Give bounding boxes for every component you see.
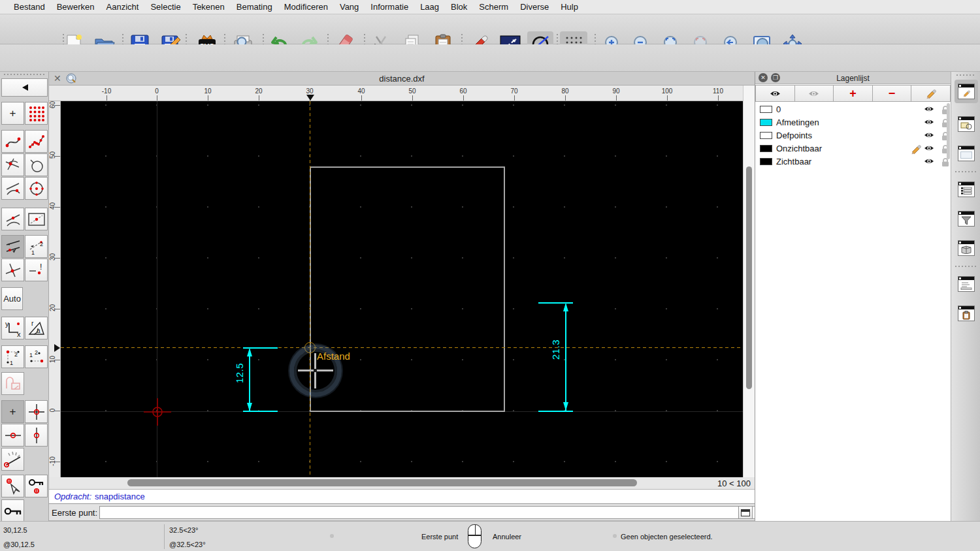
layer-visibility-icon[interactable] xyxy=(924,118,934,126)
drawing-canvas[interactable]: 12.5 21.3 Afstand xyxy=(61,101,743,477)
snap-center-icon xyxy=(28,180,45,197)
h-tick-label: 70 xyxy=(510,87,517,95)
dock-drag-handle[interactable] xyxy=(956,74,976,76)
selection-status: Geen objecten geselecteerd. xyxy=(621,533,713,541)
blank-widget-button[interactable] xyxy=(955,142,978,165)
snap-grid-button[interactable] xyxy=(25,102,48,125)
restrict-horizontal-button[interactable] xyxy=(1,424,24,447)
horizontal-scrollbar[interactable]: 10 < 100 xyxy=(49,477,755,490)
menu-tekenen[interactable]: Tekenen xyxy=(187,2,231,12)
panel-close-button[interactable]: ✕ xyxy=(759,73,768,82)
layer-color-swatch[interactable] xyxy=(760,132,772,139)
vertical-scrollbar-thumb[interactable] xyxy=(746,166,752,389)
layer-toolbar: + − xyxy=(755,85,951,102)
layer-visibility-icon[interactable] xyxy=(924,131,934,139)
snap-on-entity-button[interactable] xyxy=(25,130,48,153)
layer-row-onzichtbaar[interactable]: Onzichtbaar xyxy=(755,142,951,155)
relative-horizontal-button[interactable]: 12 xyxy=(25,345,48,368)
layer-visibility-icon[interactable] xyxy=(924,157,934,165)
layer-visibility-icon[interactable] xyxy=(924,105,934,113)
menu-aanzicht[interactable]: Aanzicht xyxy=(101,2,145,12)
coordinate-cartesian-button[interactable]: yx xyxy=(1,317,24,339)
menu-bewerken[interactable]: Bewerken xyxy=(51,2,101,12)
dim-left-arrow-up xyxy=(247,348,252,356)
snap-center-button[interactable] xyxy=(25,177,48,200)
palette-back-button[interactable] xyxy=(1,78,48,97)
command-window-button[interactable] xyxy=(738,506,753,519)
zoom-range-indicator: 10 < 100 xyxy=(717,479,751,488)
vertical-scrollbar[interactable] xyxy=(743,86,755,477)
pen-widget-button[interactable] xyxy=(955,80,978,103)
menu-scherm[interactable]: Scherm xyxy=(473,2,514,12)
coordinate-polar-button[interactable]: ra xyxy=(25,317,48,339)
cursor-position-marker-v xyxy=(54,344,60,352)
layer-list-scrollbar[interactable] xyxy=(947,103,950,159)
menu-diverse[interactable]: Diverse xyxy=(514,2,555,12)
add-layer-button[interactable]: + xyxy=(834,85,873,102)
layer-color-swatch[interactable] xyxy=(760,119,772,126)
panel-detach-button[interactable]: ❐ xyxy=(771,73,780,82)
status-dot xyxy=(613,534,617,538)
snap-intersection-button[interactable] xyxy=(1,153,24,176)
snap-endpoints-button[interactable] xyxy=(1,130,24,153)
menu-vang[interactable]: Vang xyxy=(334,2,365,12)
layer-row-zichtbaar[interactable]: Zichtbaar xyxy=(755,155,951,168)
menu-modificeren[interactable]: Modificeren xyxy=(278,2,334,12)
set-relative-zero-button[interactable] xyxy=(1,499,24,522)
clipboard-widget-button[interactable] xyxy=(955,302,978,325)
lock-relative-zero-button[interactable] xyxy=(25,475,48,497)
snap-distance-manual-button[interactable]: 12 xyxy=(25,235,48,258)
dimension-value-left: 12.5 xyxy=(234,359,245,388)
relative-corner-button[interactable]: 12 xyxy=(1,345,24,368)
pen-widget-icon xyxy=(958,84,975,99)
layer-color-swatch[interactable] xyxy=(760,106,772,113)
snap-distance-button[interactable] xyxy=(1,235,24,258)
svg-text:r: r xyxy=(31,320,34,327)
restrict-disabled-button[interactable] xyxy=(1,372,24,395)
menu-hulp[interactable]: Hulp xyxy=(555,2,584,12)
layer-row-defpoints[interactable]: Defpoints xyxy=(755,129,951,142)
remove-layer-button[interactable]: − xyxy=(873,85,912,102)
snap-free-button[interactable]: + xyxy=(1,102,24,125)
command-input[interactable] xyxy=(99,506,785,519)
edit-layer-button[interactable] xyxy=(911,85,951,102)
menu-blok[interactable]: Blok xyxy=(445,2,473,12)
snap-tangent-button[interactable] xyxy=(1,177,24,200)
layer-row-afmetingen[interactable]: Afmetingen xyxy=(755,116,951,129)
svg-text:1: 1 xyxy=(31,249,35,256)
menu-bemating[interactable]: Bemating xyxy=(231,2,278,12)
layer-color-swatch[interactable] xyxy=(760,145,772,152)
menu-bestand[interactable]: Bestand xyxy=(8,2,51,12)
snap-entity-circle-button[interactable] xyxy=(25,153,48,176)
menu-informatie[interactable]: Informatie xyxy=(365,2,414,12)
snap-reference-button[interactable] xyxy=(25,208,48,230)
snap-restrict-button[interactable]: ! xyxy=(25,259,48,281)
layer-row-0[interactable]: 0 xyxy=(755,103,951,116)
palette-drag-handle[interactable] xyxy=(4,74,44,75)
command-widget-button[interactable] xyxy=(955,272,978,296)
menu-selectie[interactable]: Selectie xyxy=(144,2,186,12)
hide-all-layers-button[interactable] xyxy=(795,85,834,102)
pick-relative-zero-button[interactable] xyxy=(1,475,24,497)
restrict-nothing-button[interactable]: + xyxy=(1,400,24,423)
layer-name: Defpoints xyxy=(776,131,812,140)
menu-laag[interactable]: Laag xyxy=(414,2,445,12)
layer-list-widget-button[interactable] xyxy=(955,178,978,201)
palette-auto-button[interactable]: Auto xyxy=(1,287,23,310)
plus-glyph: + xyxy=(10,107,16,120)
snap-tangent-icon xyxy=(5,180,22,197)
filter-widget-button[interactable] xyxy=(955,207,978,230)
pick-relative-zero-icon xyxy=(4,477,22,496)
angle-gauge-button[interactable] xyxy=(1,448,24,471)
layer-color-swatch[interactable] xyxy=(760,158,772,165)
layer-visibility-icon[interactable] xyxy=(924,144,934,152)
restrict-vertical-button[interactable] xyxy=(25,424,48,447)
horizontal-scrollbar-thumb[interactable] xyxy=(127,479,637,486)
show-all-layers-button[interactable] xyxy=(755,85,795,102)
snap-middle-button[interactable] xyxy=(1,208,24,230)
snap-intersection-manual-button[interactable] xyxy=(1,259,24,281)
block-widget-button[interactable] xyxy=(955,112,978,136)
library-widget-button[interactable] xyxy=(955,236,978,260)
command-input-label: Eerste punt: xyxy=(52,508,97,518)
restrict-orthogonal-button[interactable] xyxy=(25,400,48,423)
